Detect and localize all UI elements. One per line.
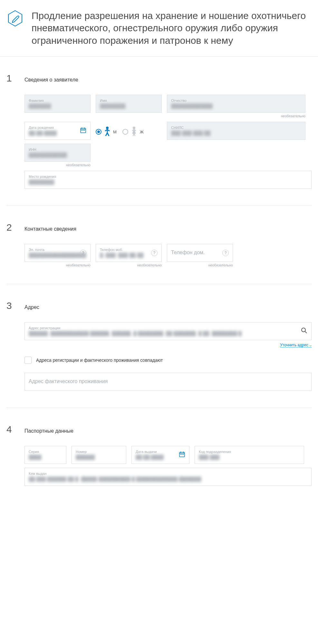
gender-male-label: М xyxy=(113,130,117,134)
page-title: Продление разрешения на хранение и ношен… xyxy=(32,10,312,47)
section-title: Паспортные данные xyxy=(24,428,73,434)
birthplace-field[interactable]: Место рождения ████████ xyxy=(24,171,312,189)
passport-series-label: Серия xyxy=(29,450,62,454)
snils-field: СНИЛС ███-███-███ ██ xyxy=(167,122,305,140)
snils-value: ███-███-███ ██ xyxy=(171,130,301,136)
email-label: Эл. почта xyxy=(29,248,86,252)
passport-issue-date-label: Дата выдачи xyxy=(136,450,185,454)
passport-dept-code-field[interactable]: Код подразделения ███-███ xyxy=(195,446,304,464)
patronymic-value: █████████████ xyxy=(171,103,301,109)
inn-field: ИНН ████████████ xyxy=(24,144,91,162)
mobile-value: █ (███) ███-██-██ xyxy=(100,253,158,258)
svg-rect-16 xyxy=(180,454,181,455)
optional-hint: необязательно xyxy=(24,263,91,267)
same-address-label: Адреса регистрации и фактического прожив… xyxy=(36,358,163,363)
calendar-icon[interactable] xyxy=(179,451,185,459)
section-address: 3 Адрес Адрес регистрации ██████, ██████… xyxy=(6,284,312,408)
name-value: ████████ xyxy=(100,103,158,109)
section-passport: 4 Паспортные данные Серия ████ Номер ███… xyxy=(6,408,312,503)
section-contacts: 2 Контактные сведения Эл. почта ████████… xyxy=(6,206,312,284)
passport-dept-code-label: Код подразделения xyxy=(199,450,300,454)
svg-rect-15 xyxy=(183,452,184,453)
optional-hint: необязательно xyxy=(167,263,233,267)
email-value: ██████████████████ xyxy=(29,253,86,258)
reg-address-field[interactable]: Адрес регистрации ██████, ████████████ █… xyxy=(24,322,312,340)
svg-rect-18 xyxy=(183,454,184,455)
patronymic-field: Отчество █████████████ xyxy=(167,95,305,113)
birthplace-label: Место рождения xyxy=(29,175,307,179)
home-phone-field[interactable]: Телефон дом. ? xyxy=(167,244,233,262)
optional-hint: необязательно xyxy=(167,114,305,118)
svg-rect-17 xyxy=(182,454,182,455)
svg-rect-3 xyxy=(82,128,82,129)
help-icon[interactable]: ? xyxy=(151,250,158,256)
gender-female-radio[interactable] xyxy=(122,129,128,135)
optional-hint: необязательно xyxy=(96,263,162,267)
svg-point-8 xyxy=(106,127,109,129)
gender-male-radio[interactable] xyxy=(96,129,101,135)
section-number: 1 xyxy=(6,73,15,84)
section-number: 2 xyxy=(6,222,15,233)
surname-label: Фамилия xyxy=(29,99,86,103)
dob-value: ██.██.████ xyxy=(29,130,86,136)
passport-number-field[interactable]: Номер ██████ xyxy=(72,446,126,464)
person-male-icon xyxy=(104,126,111,137)
bullet-icon xyxy=(6,10,24,27)
actual-address-field[interactable]: Адрес фактического проживания xyxy=(24,373,312,391)
actual-address-placeholder: Адрес фактического проживания xyxy=(29,379,307,384)
snils-label: СНИЛС xyxy=(171,126,301,130)
calendar-icon[interactable] xyxy=(80,127,86,135)
reg-address-label: Адрес регистрации xyxy=(29,326,307,330)
section-applicant: 1 Сведения о заявителе Фамилия ███████ И… xyxy=(6,57,312,206)
passport-series-field[interactable]: Серия ████ xyxy=(24,446,66,464)
svg-rect-4 xyxy=(84,128,85,129)
person-female-icon xyxy=(131,126,137,137)
svg-rect-5 xyxy=(82,130,82,131)
svg-point-10 xyxy=(302,328,305,332)
section-number: 3 xyxy=(6,300,15,311)
inn-label: ИНН xyxy=(29,148,86,152)
section-title: Контактные сведения xyxy=(24,226,76,232)
gender-group: М Ж xyxy=(96,122,162,137)
surname-value: ███████ xyxy=(29,103,86,109)
passport-dept-code-value: ███-███ xyxy=(199,455,300,460)
svg-rect-14 xyxy=(180,452,181,453)
name-field: Имя ████████ xyxy=(96,95,162,113)
inn-value: ████████████ xyxy=(29,152,86,158)
name-label: Имя xyxy=(100,99,158,103)
gender-female-label: Ж xyxy=(140,130,144,134)
help-icon[interactable]: ? xyxy=(80,250,86,256)
svg-rect-7 xyxy=(84,130,85,131)
home-phone-placeholder: Телефон дом. xyxy=(171,250,229,255)
section-title: Адрес xyxy=(24,304,39,310)
email-field[interactable]: Эл. почта ██████████████████ ? xyxy=(24,244,91,262)
passport-issued-by-value: ██ ███ ██████ ██ █. █████-██████████ █ █… xyxy=(29,476,307,482)
chevron-down-icon: ⌵ xyxy=(309,343,312,347)
section-title: Сведения о заявителе xyxy=(24,77,78,83)
dob-field[interactable]: Дата рождения ██.██.████ xyxy=(24,122,91,140)
passport-issue-date-field[interactable]: Дата выдачи ██.██.████ xyxy=(131,446,189,464)
patronymic-label: Отчество xyxy=(171,99,301,103)
same-address-checkbox[interactable] xyxy=(24,357,32,364)
reg-address-value: ██████, ████████████ ██████, ██████, █ █… xyxy=(29,331,307,336)
surname-field: Фамилия ███████ xyxy=(24,95,91,113)
mobile-field[interactable]: Телефон моб. █ (███) ███-██-██ ? xyxy=(96,244,162,262)
passport-number-label: Номер xyxy=(76,450,122,454)
passport-series-value: ████ xyxy=(29,455,62,460)
passport-number-value: ██████ xyxy=(76,455,122,460)
mobile-label: Телефон моб. xyxy=(100,248,158,252)
search-icon[interactable] xyxy=(301,327,307,335)
dob-label: Дата рождения xyxy=(29,126,86,130)
svg-rect-6 xyxy=(83,130,83,131)
passport-issued-by-field[interactable]: Кем выдан ██ ███ ██████ ██ █. █████-████… xyxy=(24,468,312,486)
section-number: 4 xyxy=(6,424,15,435)
optional-hint: необязательно xyxy=(24,163,91,167)
help-icon[interactable]: ? xyxy=(222,250,229,256)
refine-address-text: Уточнить адрес xyxy=(280,343,308,347)
passport-issue-date-value: ██.██.████ xyxy=(136,455,185,460)
refine-address-link[interactable]: Уточнить адрес ⌵ xyxy=(280,343,312,348)
birthplace-value: ████████ xyxy=(29,179,307,185)
passport-issued-by-label: Кем выдан xyxy=(29,472,307,476)
svg-line-11 xyxy=(305,332,307,333)
